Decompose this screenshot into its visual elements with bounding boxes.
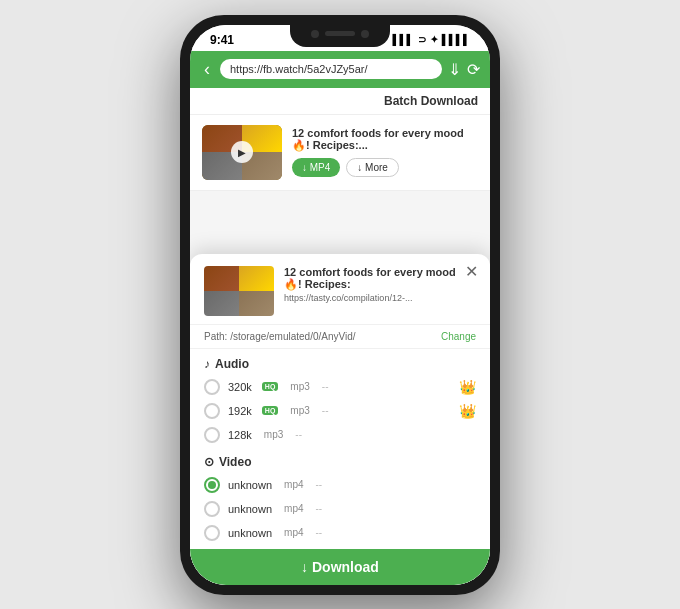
- format-mp3-3: mp3: [264, 429, 283, 440]
- content-area: Batch Download ▶ 12 comfort foods for ev…: [190, 88, 490, 585]
- notch-dot: [311, 30, 319, 38]
- video-quality-1: unknown: [228, 479, 272, 491]
- notch-dot-2: [361, 30, 369, 38]
- back-button[interactable]: ‹: [200, 57, 214, 82]
- more-button[interactable]: ↓ More: [346, 158, 399, 177]
- modal-thumb-4: [239, 291, 274, 316]
- wifi-icon: ⊃: [418, 34, 426, 45]
- dash-1: --: [322, 381, 329, 392]
- video-buttons: ↓ MP4 ↓ More: [292, 158, 478, 177]
- path-label: Path: /storage/emulated/0/AnyVid/: [204, 331, 356, 342]
- audio-label: Audio: [215, 357, 249, 371]
- crown-icon-1: 👑: [459, 379, 476, 395]
- batch-download-label: Batch Download: [384, 94, 478, 108]
- change-path-button[interactable]: Change: [441, 331, 476, 342]
- radio-video-3[interactable]: [204, 525, 220, 541]
- url-bar-area: ‹ ⇓ ⟳: [190, 51, 490, 88]
- radio-128k[interactable]: [204, 427, 220, 443]
- crown-icon-2: 👑: [459, 403, 476, 419]
- quality-128k: 128k: [228, 429, 252, 441]
- download-label: ↓ Download: [301, 559, 379, 575]
- status-icons: ▌▌▌ ⊃ ✦ ▌▌▌▌: [392, 34, 470, 45]
- phone-screen: 9:41 ▌▌▌ ⊃ ✦ ▌▌▌▌ ‹ ⇓ ⟳ Batch Download: [190, 25, 490, 585]
- play-button-overlay[interactable]: ▶: [231, 141, 253, 163]
- notch-pill: [325, 31, 355, 36]
- audio-option-320k[interactable]: 320k HQ mp3 -- 👑: [190, 375, 490, 399]
- download-icon[interactable]: ⇓: [448, 60, 461, 79]
- refresh-icon[interactable]: ⟳: [467, 60, 480, 79]
- quality-320k: 320k: [228, 381, 252, 393]
- phone-frame: 9:41 ▌▌▌ ⊃ ✦ ▌▌▌▌ ‹ ⇓ ⟳ Batch Download: [180, 15, 500, 595]
- mp4-button[interactable]: ↓ MP4: [292, 158, 340, 177]
- video-label: Video: [219, 455, 251, 469]
- video-option-3[interactable]: unknown mp4 --: [190, 521, 490, 545]
- video-dash-1: --: [316, 479, 323, 490]
- dash-3: --: [295, 429, 302, 440]
- video-format-1: mp4: [284, 479, 303, 490]
- modal-close-button[interactable]: ✕: [465, 262, 478, 281]
- video-thumbnail: ▶: [202, 125, 282, 180]
- notch: [290, 25, 390, 47]
- modal-thumb-2: [239, 266, 274, 291]
- audio-icon: ♪: [204, 357, 210, 371]
- download-modal: ✕ 12 comfort foods for every mood 🔥! Rec…: [190, 254, 490, 585]
- video-format-2: mp4: [284, 503, 303, 514]
- video-quality-3: unknown: [228, 527, 272, 539]
- radio-192k[interactable]: [204, 403, 220, 419]
- video-title: 12 comfort foods for every mood 🔥! Recip…: [292, 127, 478, 152]
- download-button[interactable]: ↓ Download: [190, 549, 490, 585]
- video-quality-2: unknown: [228, 503, 272, 515]
- modal-video-title: 12 comfort foods for every mood 🔥! Recip…: [284, 266, 476, 291]
- status-time: 9:41: [210, 33, 234, 47]
- video-dash-3: --: [316, 527, 323, 538]
- radio-video-1[interactable]: [204, 477, 220, 493]
- url-input[interactable]: [220, 59, 442, 79]
- path-row: Path: /storage/emulated/0/AnyVid/ Change: [190, 325, 490, 349]
- format-mp3-2: mp3: [290, 405, 309, 416]
- modal-video-url: https://tasty.co/compilation/12-...: [284, 293, 476, 303]
- modal-video-info: 12 comfort foods for every mood 🔥! Recip…: [190, 254, 490, 325]
- modal-thumb-3: [204, 291, 239, 316]
- hq-badge-1: HQ: [262, 382, 279, 391]
- video-option-1[interactable]: unknown mp4 --: [190, 473, 490, 497]
- audio-option-192k[interactable]: 192k HQ mp3 -- 👑: [190, 399, 490, 423]
- video-option-2[interactable]: unknown mp4 --: [190, 497, 490, 521]
- video-dash-2: --: [316, 503, 323, 514]
- dash-2: --: [322, 405, 329, 416]
- video-section-icon: ⊙: [204, 455, 214, 469]
- modal-thumb-1: [204, 266, 239, 291]
- video-info: 12 comfort foods for every mood 🔥! Recip…: [292, 127, 478, 177]
- video-format-3: mp4: [284, 527, 303, 538]
- video-section-title: ⊙ Video: [190, 447, 490, 473]
- audio-section-title: ♪ Audio: [190, 349, 490, 375]
- quality-192k: 192k: [228, 405, 252, 417]
- modal-info-text: 12 comfort foods for every mood 🔥! Recip…: [284, 266, 476, 316]
- modal-thumbnail: [204, 266, 274, 316]
- radio-video-2[interactable]: [204, 501, 220, 517]
- bluetooth-icon: ✦: [430, 34, 438, 45]
- audio-option-128k[interactable]: 128k mp3 --: [190, 423, 490, 447]
- battery-icon: ▌▌▌▌: [442, 34, 470, 45]
- batch-download-header: Batch Download: [190, 88, 490, 115]
- video-card: ▶ 12 comfort foods for every mood 🔥! Rec…: [190, 115, 490, 191]
- signal-icon: ▌▌▌: [392, 34, 413, 45]
- radio-320k[interactable]: [204, 379, 220, 395]
- format-mp3-1: mp3: [290, 381, 309, 392]
- hq-badge-2: HQ: [262, 406, 279, 415]
